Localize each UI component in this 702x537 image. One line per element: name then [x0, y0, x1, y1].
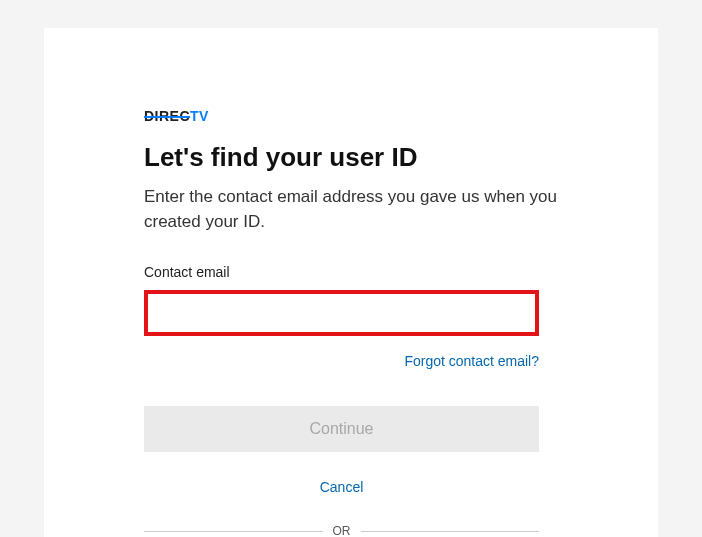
page-subheading: Enter the contact email address you gave… — [144, 185, 558, 234]
divider-line-right — [361, 531, 540, 532]
cancel-link[interactable]: Cancel — [320, 479, 364, 495]
logo-part-tv: TV — [190, 108, 209, 124]
page-title: Let's find your user ID — [144, 142, 558, 173]
cancel-row: Cancel — [144, 478, 539, 496]
divider-text: OR — [333, 524, 351, 537]
divider-line-left — [144, 531, 323, 532]
directv-logo: DIRECTV — [144, 108, 558, 124]
forgot-contact-email-link[interactable]: Forgot contact email? — [404, 353, 539, 369]
or-divider: OR — [144, 524, 539, 537]
forgot-row: Forgot contact email? — [144, 352, 539, 370]
logo-part-direc: DIREC — [144, 108, 190, 124]
auth-card: DIRECTV Let's find your user ID Enter th… — [44, 28, 658, 537]
contact-email-input[interactable] — [144, 290, 539, 336]
continue-button[interactable]: Continue — [144, 406, 539, 452]
contact-email-label: Contact email — [144, 264, 558, 280]
